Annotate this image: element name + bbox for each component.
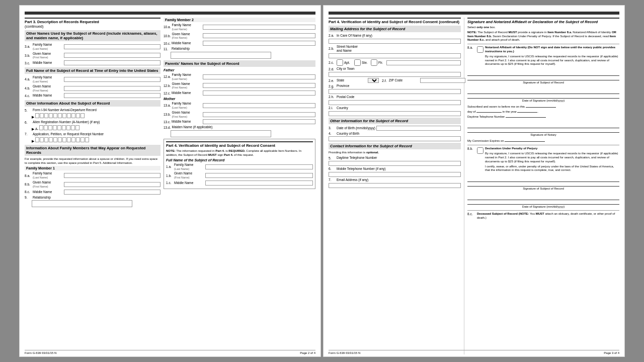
father-label: Father	[164, 68, 315, 72]
input-12b[interactable]	[203, 83, 315, 88]
field-13d-input	[171, 130, 315, 137]
input-4c[interactable]	[64, 93, 160, 98]
input-13a[interactable]	[203, 103, 315, 108]
zip-label-num: 2.f.	[382, 79, 387, 82]
box-5-2	[40, 113, 44, 118]
sig-note: NOTE: The Subject of Record MUST provide…	[467, 31, 619, 42]
input-10a[interactable]	[203, 25, 315, 30]
item8b-text1: By my signature, I consent to USCIS rele…	[485, 152, 619, 163]
field-10c: 10.c. Middle Name	[164, 41, 315, 46]
field-3-dob: 3. Date of Birth (mm/dd/yyyy)	[329, 126, 461, 131]
input-8c[interactable]	[64, 190, 160, 195]
input-1a[interactable]	[205, 164, 313, 169]
field-2b: 2.b. Street Numberand Name	[329, 45, 461, 53]
box-6-9	[75, 125, 79, 130]
sig-subject-label: Signature of Subject of Record	[467, 80, 619, 84]
item-8b-row: 8.b. Declaration Under Penalty of Perjur…	[467, 147, 619, 173]
box-6-5	[57, 125, 61, 130]
field-6: 6. Alien Registration Number (A-Number) …	[25, 120, 160, 124]
mother-label: Mother	[164, 97, 315, 101]
input-10c[interactable]	[203, 41, 315, 46]
part4-cont-header: Part 4. Verification of Identity and Sub…	[329, 18, 461, 24]
box-6-3	[48, 125, 52, 130]
mailing-header: Mailing Address for the Subject of Recor…	[329, 26, 461, 32]
state-select[interactable]	[368, 78, 379, 83]
field-6-mobile: 6. Mobile Telephone Number (if any)	[329, 167, 461, 171]
input-2f[interactable]	[420, 78, 465, 83]
ste-checkbox[interactable]	[354, 59, 361, 66]
input-phone5[interactable]	[329, 161, 461, 166]
page-container: Part 3. Description of Records Requested…	[0, 0, 644, 362]
input-8a[interactable]	[64, 173, 160, 178]
input-2c[interactable]	[386, 60, 461, 65]
flr-checkbox[interactable]	[371, 59, 377, 66]
subscribed-text: Subscribed and sworn to before me on thi…	[467, 105, 619, 109]
input-9[interactable]	[32, 200, 132, 207]
box-5-3	[44, 113, 48, 118]
box-5-1	[35, 113, 39, 118]
input-2b[interactable]	[329, 53, 461, 58]
input-3a[interactable]	[64, 44, 160, 49]
field-10b: 10.b. Given Name(First Name)	[164, 32, 315, 40]
item-8a-content: Notarized Affidavit of Identity (Do NOT …	[485, 46, 619, 67]
page-2: Part 3. Description of Records Requested…	[19, 5, 321, 357]
input-3b[interactable]	[64, 53, 160, 58]
input-2g[interactable]	[329, 89, 461, 94]
input-2h[interactable]	[329, 100, 461, 105]
field-12a: 12.a. Family Name(Last Name)	[164, 73, 315, 81]
checkbox-8a[interactable]	[477, 46, 484, 53]
field-3a: 3.a. Family Name(Last Name)	[25, 43, 160, 51]
input-3c[interactable]	[64, 60, 160, 65]
field-2i: 2.i. Country	[329, 106, 461, 110]
input-2d[interactable]	[329, 72, 461, 77]
input-mobile[interactable]	[329, 172, 461, 177]
input-11[interactable]	[171, 52, 271, 59]
box-6-2	[44, 125, 48, 130]
year-line	[517, 112, 537, 113]
field-1c: 1.c. Middle Name	[166, 180, 313, 186]
box-5-4	[49, 113, 53, 118]
input-13d[interactable]	[171, 130, 271, 137]
box-7-6	[58, 137, 62, 142]
day-text: day of in the year .	[467, 110, 619, 114]
other-info-p3-header: Other Information for the Subject of Rec…	[329, 118, 461, 124]
field-7-email: 7. Email Address (if any)	[329, 178, 461, 182]
field-13b: 13.b. Given Name(First Name)	[164, 111, 315, 119]
contact-header: Contact Information for the Subject of R…	[329, 143, 461, 149]
checkbox-8b[interactable]	[477, 147, 484, 154]
box-6-1	[39, 125, 43, 130]
page3-right-col: Signature and Notarized Affidavit or Dec…	[467, 18, 619, 354]
input-12a[interactable]	[203, 74, 315, 79]
input-dob[interactable]	[376, 126, 461, 131]
input-2i[interactable]	[329, 111, 461, 116]
input-2a[interactable]	[329, 39, 461, 44]
input-13c[interactable]	[203, 119, 315, 124]
field-4-cob: 4. Country of Birth	[329, 132, 461, 136]
input-13b[interactable]	[203, 112, 315, 117]
field-1a: 1.a. Family Name(Last Name)	[166, 163, 313, 171]
input-4a[interactable]	[64, 77, 160, 82]
input-email[interactable]	[329, 183, 461, 188]
field-9-input	[32, 200, 160, 207]
input-10b[interactable]	[203, 33, 315, 38]
input-4b[interactable]	[64, 86, 160, 91]
input-12c[interactable]	[203, 90, 315, 96]
page2-footer: Form G-639 03/31/15 N Page 2 of 4	[25, 350, 315, 354]
field-1b: 1.b. Given Name(First Name)	[166, 171, 313, 179]
apt-checkbox[interactable]	[337, 59, 343, 66]
input-1b[interactable]	[205, 173, 313, 178]
input-cob[interactable]	[329, 136, 461, 141]
field-11-input	[171, 52, 315, 59]
part4-header: Part 4. Verification of Identity and Sub…	[166, 141, 313, 148]
input-1c[interactable]	[205, 180, 313, 186]
box-7-10	[76, 137, 80, 142]
input-8b[interactable]	[64, 182, 160, 187]
item-8b-content: Declaration Under Penalty of Perjury By …	[485, 147, 619, 173]
field-2h: 2.h. Postal Code	[329, 95, 461, 99]
box-7-3	[44, 137, 48, 142]
item8b-text2: I certify, swear, or affirm, under penal…	[485, 165, 619, 173]
page2-right-col: Family Member 2 10.a. Family Name(Last N…	[164, 18, 315, 354]
date-sig-line-2: Date of Signature (mm/dd/yyyy)	[467, 193, 619, 208]
phone-line	[506, 117, 546, 118]
box-7-4	[49, 137, 53, 142]
